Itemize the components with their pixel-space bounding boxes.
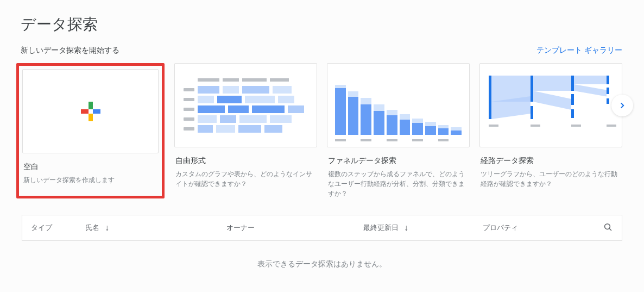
- th-updated[interactable]: 最終更新日 ↓: [363, 223, 483, 233]
- chevron-right-icon: [617, 101, 627, 110]
- th-type[interactable]: タイプ: [31, 223, 85, 233]
- th-property[interactable]: プロパティ: [483, 223, 597, 233]
- card-path-desc: ツリーグラフから、ユーザーのどのような行動経路が確認できますか？: [479, 169, 622, 189]
- freeform-thumbnail: [175, 64, 317, 147]
- explorations-table-header: タイプ 氏名 ↓ オーナー 最終更新日 ↓ プロパティ: [22, 215, 622, 241]
- card-blank-title: 空白: [22, 162, 159, 172]
- path-thumbnail: [480, 64, 622, 147]
- card-blank-desc: 新しいデータ探索を作成します: [22, 175, 159, 185]
- page-title: データ探索: [0, 0, 644, 35]
- empty-message: 表示できるデータ探索はありません。: [22, 259, 622, 269]
- th-updated-label: 最終更新日: [363, 223, 399, 233]
- card-path-title: 経路データ探索: [479, 156, 622, 166]
- card-funnel-desc: 複数のステップから成るファネルで、どのようなユーザー行動経路が分析、分割、分類で…: [327, 169, 470, 198]
- card-freeform[interactable]: [174, 63, 317, 147]
- card-funnel-title: ファネルデータ探索: [327, 156, 470, 166]
- sort-down-icon: ↓: [105, 223, 109, 233]
- svg-point-0: [605, 223, 610, 229]
- card-freeform-title: 自由形式: [174, 156, 317, 166]
- th-name-label: 氏名: [85, 223, 99, 233]
- card-blank-highlight: 空白 新しいデータ探索を作成します: [16, 63, 165, 198]
- th-owner[interactable]: オーナー: [199, 223, 363, 233]
- template-gallery-link[interactable]: テンプレート ギャラリー: [536, 46, 622, 55]
- next-arrow-button[interactable]: [611, 95, 633, 116]
- template-cards-row: 空白 新しいデータ探索を作成します: [0, 55, 644, 198]
- funnel-thumbnail: [327, 64, 469, 147]
- th-name[interactable]: 氏名 ↓: [85, 223, 199, 233]
- svg-line-1: [609, 228, 611, 231]
- plus-icon: [81, 102, 100, 121]
- page-subtitle: 新しいデータ探索を開始する: [21, 46, 119, 55]
- search-button[interactable]: [597, 222, 613, 234]
- card-funnel[interactable]: [327, 63, 470, 147]
- card-freeform-desc: カスタムのグラフや表から、どのようなインサイトが確認できますか？: [174, 169, 317, 189]
- sort-down-icon: ↓: [404, 223, 408, 233]
- search-icon: [603, 222, 613, 232]
- card-path[interactable]: [479, 63, 622, 147]
- card-blank[interactable]: [22, 69, 159, 153]
